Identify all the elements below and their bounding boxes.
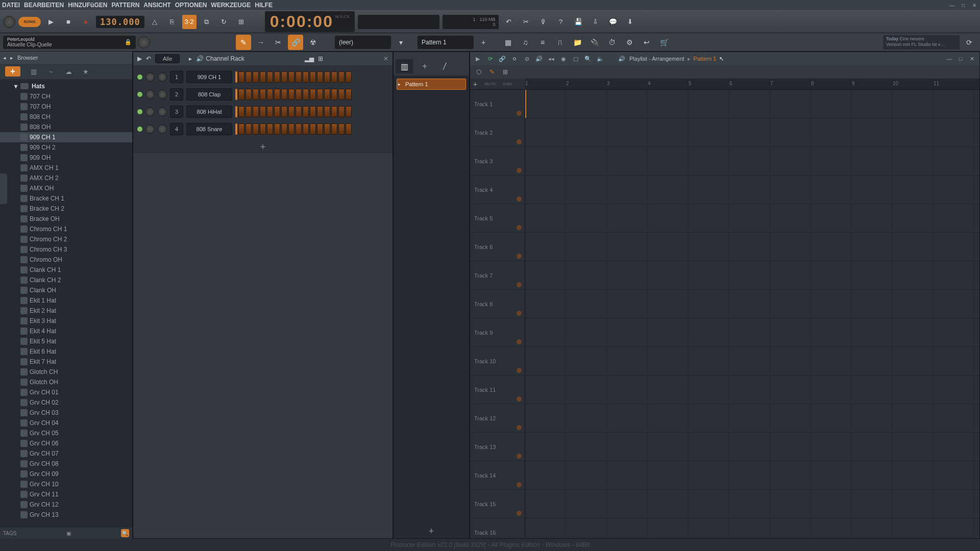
step-button[interactable] — [281, 89, 287, 100]
browser-item[interactable]: AMX OH — [0, 183, 132, 193]
browser-item[interactable]: 707 OH — [0, 102, 132, 112]
view-browser[interactable]: 📁 — [570, 35, 585, 50]
step-button[interactable] — [346, 123, 352, 135]
view-script[interactable]: ⚙ — [622, 35, 637, 50]
browser-item[interactable]: Chromo OH — [0, 255, 132, 265]
channel-number[interactable]: 4 — [170, 123, 183, 135]
view-tempo[interactable]: ⏱ — [604, 35, 620, 50]
menu-hilfe[interactable]: HILFE — [255, 2, 273, 9]
browser-search-icon[interactable]: 🔍 — [121, 529, 129, 537]
track-lane[interactable] — [525, 147, 979, 175]
view-plugin[interactable]: 🔌 — [587, 35, 602, 50]
step-button[interactable] — [281, 71, 287, 83]
track-header[interactable]: Track 13 — [470, 433, 525, 461]
browser-item[interactable]: Grv CH 02 — [0, 397, 132, 408]
feedback-button[interactable]: 💬 — [606, 15, 620, 29]
stop-button[interactable]: ■ — [61, 15, 76, 29]
song-pat-toggle[interactable]: SONG — [18, 17, 41, 27]
step-button[interactable] — [246, 71, 252, 83]
play-button[interactable]: ▶ — [44, 15, 58, 29]
menu-hinzufuegen[interactable]: HINZUFüGEN — [68, 2, 107, 9]
track-mute-dot[interactable] — [517, 168, 522, 173]
step-button[interactable] — [303, 89, 309, 100]
step-button[interactable] — [274, 71, 280, 83]
track-mute-dot[interactable] — [517, 425, 522, 430]
countdown-button[interactable]: 3·2 — [182, 15, 197, 29]
step-button[interactable] — [331, 71, 337, 83]
browser-item[interactable]: Grv CH 09 — [0, 469, 132, 479]
browser-item[interactable]: Bracke CH 1 — [0, 193, 132, 204]
track-lane[interactable] — [525, 204, 979, 232]
track-lane[interactable] — [525, 375, 979, 404]
channel-mute-led[interactable] — [137, 92, 142, 97]
browser-item[interactable]: Grv CH 03 — [0, 408, 132, 418]
draw-tool[interactable]: ✎ — [236, 35, 251, 50]
track-lane[interactable] — [525, 290, 979, 318]
pattern-select[interactable]: Pattern 1 — [418, 36, 474, 49]
step-button[interactable] — [274, 89, 280, 100]
step-button[interactable] — [331, 123, 337, 135]
news-refresh[interactable]: ⟳ — [962, 35, 977, 50]
cr-add-channel[interactable]: + — [133, 141, 393, 153]
midi-button[interactable]: 🎙 — [536, 15, 551, 29]
pl-maximize-button[interactable]: □ — [956, 54, 965, 63]
track-lane[interactable] — [525, 118, 979, 146]
browser-item[interactable]: AMX CH 2 — [0, 173, 132, 183]
channel-pan-knob[interactable] — [145, 72, 155, 82]
browser-item[interactable]: 808 OH — [0, 122, 132, 132]
channel-name-button[interactable]: 808 HiHat — [186, 106, 232, 118]
step-button[interactable] — [324, 89, 330, 100]
track-mute-dot[interactable] — [517, 339, 522, 344]
menu-ansicht[interactable]: ANSICHT — [143, 2, 170, 9]
track-mute-dot[interactable] — [517, 139, 522, 144]
track-header[interactable]: Track 3 — [470, 147, 525, 175]
step-button[interactable] — [310, 89, 316, 100]
browser-item[interactable]: 909 CH 1 — [0, 132, 132, 142]
patpick-tab-audio[interactable]: + — [416, 59, 433, 73]
step-button[interactable] — [331, 89, 337, 100]
step-button[interactable] — [317, 89, 323, 100]
cr-group-select[interactable]: Alle — [155, 54, 180, 63]
browser-item[interactable]: Bracke OH — [0, 214, 132, 224]
track-header[interactable]: Track 9 — [470, 318, 525, 346]
browser-item[interactable]: Grv CH 10 — [0, 479, 132, 489]
cr-back-icon[interactable]: ↶ — [146, 55, 151, 62]
browser-item[interactable]: Grv CH 01 — [0, 387, 132, 397]
track-lane[interactable] — [525, 404, 979, 432]
step-button[interactable] — [303, 123, 309, 135]
track-header[interactable]: Track 11 — [470, 375, 525, 404]
track-header[interactable]: Track 5 — [470, 204, 525, 232]
step-button[interactable] — [338, 89, 345, 100]
pl-mode-icon[interactable]: ▢ — [571, 54, 580, 63]
pl-center-icon[interactable]: ◉ — [559, 54, 568, 63]
browser-item[interactable]: Ekit 6 Hat — [0, 346, 132, 357]
download-button[interactable]: ⬇ — [623, 15, 638, 29]
menu-werkzeuge[interactable]: WERKZEUGE — [211, 2, 251, 9]
browser-tab-cloud[interactable]: ☁ — [64, 67, 72, 76]
track-lane[interactable] — [525, 318, 979, 346]
step-button[interactable] — [324, 123, 330, 135]
browser-item[interactable]: Grv CH 04 — [0, 418, 132, 428]
browser-item[interactable]: 909 CH 2 — [0, 142, 132, 153]
track-mute-dot[interactable] — [517, 396, 522, 402]
pl-audio-icon[interactable]: 🔊 — [534, 54, 544, 63]
pattern-entry-1[interactable]: Pattern 1 — [397, 79, 466, 90]
browser-item[interactable]: Chromo CH 3 — [0, 244, 132, 255]
channel-name-button[interactable]: 808 Snare — [186, 123, 232, 135]
cr-close-button[interactable]: ✕ — [383, 55, 388, 62]
pl-zoom-icon[interactable]: 🔍 — [583, 54, 593, 63]
channel-number[interactable]: 1 — [170, 71, 183, 83]
maximize-button[interactable]: □ — [958, 0, 969, 10]
track-mute-dot[interactable] — [517, 111, 522, 116]
lock-icon[interactable]: 🔒 — [125, 39, 132, 46]
pl-tool-brush[interactable]: ⊞ — [500, 67, 511, 77]
step-button[interactable] — [253, 71, 259, 83]
record-button[interactable]: ● — [79, 15, 93, 29]
step-button[interactable] — [303, 106, 309, 117]
track-header[interactable]: Track 7 — [470, 261, 525, 289]
browser-item[interactable]: AMX CH 1 — [0, 163, 132, 173]
browser-item[interactable]: Ekit 4 Hat — [0, 326, 132, 336]
playlist-current-pattern[interactable]: Pattern 1 — [694, 56, 717, 62]
tools-button[interactable]: ✂ — [519, 15, 533, 29]
channel-vol-knob[interactable] — [158, 72, 167, 82]
